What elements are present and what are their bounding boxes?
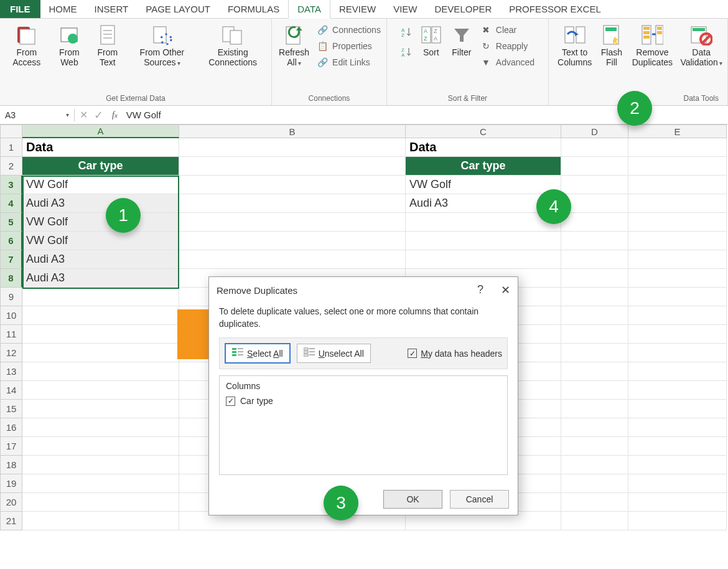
remove-duplicates-button[interactable]: Remove Duplicates — [626, 21, 678, 70]
row-header[interactable]: 2 — [0, 157, 22, 176]
tab-review[interactable]: REVIEW — [330, 0, 385, 18]
existing-connections-button[interactable]: Existing Connections — [198, 21, 268, 70]
tab-insert[interactable]: INSERT — [86, 0, 138, 18]
cell[interactable]: Data — [406, 138, 561, 157]
cell[interactable] — [561, 306, 628, 325]
row-header[interactable]: 8 — [0, 269, 22, 288]
cell[interactable] — [561, 362, 628, 381]
cell[interactable] — [22, 474, 179, 493]
cell[interactable]: Audi A3 — [22, 269, 179, 288]
cell[interactable] — [628, 437, 727, 456]
cell[interactable]: Audi A3 — [22, 194, 179, 213]
row-header[interactable]: 20 — [0, 493, 22, 512]
cell[interactable] — [561, 157, 628, 176]
cell[interactable] — [628, 269, 727, 288]
fx-icon[interactable]: fx — [108, 110, 121, 120]
from-text-button[interactable]: From Text — [89, 21, 126, 70]
cell[interactable] — [561, 456, 628, 474]
row-header[interactable]: 1 — [0, 138, 22, 157]
cell[interactable] — [628, 344, 727, 362]
row-header[interactable]: 12 — [0, 344, 22, 362]
cell[interactable] — [179, 213, 406, 232]
refresh-all-button[interactable]: Refresh All▾ — [275, 21, 313, 70]
cell[interactable] — [628, 325, 727, 344]
cell[interactable] — [561, 138, 628, 157]
filter-button[interactable]: Filter — [447, 21, 477, 60]
cell[interactable] — [561, 288, 628, 306]
help-icon[interactable]: ? — [477, 283, 483, 297]
cell[interactable] — [561, 250, 628, 269]
properties-button[interactable]: 📋Properties — [316, 40, 372, 52]
cell[interactable] — [628, 213, 727, 232]
cell[interactable] — [561, 400, 628, 418]
row-header[interactable]: 21 — [0, 512, 22, 530]
cell[interactable] — [628, 381, 727, 400]
cell[interactable] — [561, 512, 628, 530]
cell[interactable] — [561, 269, 628, 288]
cell[interactable] — [628, 306, 727, 325]
tab-file[interactable]: FILE — [0, 0, 40, 18]
select-all-corner[interactable] — [0, 125, 22, 138]
cell[interactable] — [406, 232, 561, 250]
cell[interactable] — [628, 512, 727, 530]
row-header[interactable]: 9 — [0, 288, 22, 306]
tab-page-layout[interactable]: PAGE LAYOUT — [137, 0, 219, 18]
text-to-columns-button[interactable]: Text to Columns — [553, 21, 597, 70]
row-header[interactable]: 16 — [0, 418, 22, 437]
cell[interactable]: VW Golf — [22, 232, 179, 250]
edit-links-button[interactable]: 🔗Edit Links — [316, 56, 370, 68]
cell[interactable] — [179, 176, 406, 194]
col-header-A[interactable]: A — [22, 125, 179, 138]
cell[interactable] — [561, 493, 628, 512]
tab-professor-excel[interactable]: PROFESSOR EXCEL — [500, 0, 610, 18]
cell[interactable] — [628, 176, 727, 194]
cell[interactable] — [22, 437, 179, 456]
column-cartype-checkbox[interactable]: ✓ Car type — [226, 396, 501, 406]
row-header[interactable]: 10 — [0, 306, 22, 325]
cell[interactable] — [561, 474, 628, 493]
cell[interactable] — [628, 456, 727, 474]
tab-data[interactable]: DATA — [288, 0, 330, 19]
cell[interactable] — [628, 232, 727, 250]
unselect-all-button[interactable]: Unselect All — [297, 344, 371, 363]
cell[interactable] — [561, 176, 628, 194]
cell[interactable] — [628, 288, 727, 306]
cell[interactable] — [561, 381, 628, 400]
row-header[interactable]: 5 — [0, 213, 22, 232]
clear-button[interactable]: ✖Clear — [480, 24, 516, 36]
row-header[interactable]: 15 — [0, 400, 22, 418]
cell[interactable]: VW Golf — [406, 176, 561, 194]
col-header-C[interactable]: C — [406, 125, 561, 138]
cell[interactable] — [179, 232, 406, 250]
cell[interactable] — [22, 381, 179, 400]
cell[interactable] — [561, 418, 628, 437]
cell[interactable] — [22, 512, 179, 530]
row-header[interactable]: 14 — [0, 381, 22, 400]
tab-home[interactable]: HOME — [40, 0, 86, 18]
row-header[interactable]: 13 — [0, 362, 22, 381]
cell[interactable] — [179, 194, 406, 213]
cell[interactable] — [561, 194, 628, 213]
cell[interactable] — [561, 232, 628, 250]
row-header[interactable]: 7 — [0, 250, 22, 269]
sort-asc-button[interactable]: AZ — [401, 26, 413, 39]
cancel-icon[interactable]: ✕ — [80, 109, 88, 121]
row-header[interactable]: 3 — [0, 176, 22, 194]
data-validation-button[interactable]: Data Validation▾ — [679, 21, 724, 70]
row-header[interactable]: 17 — [0, 437, 22, 456]
cancel-button[interactable]: Cancel — [450, 490, 509, 509]
sort-button[interactable]: AZZA Sort — [416, 21, 446, 60]
from-web-button[interactable]: From Web — [50, 21, 89, 70]
col-header-D[interactable]: D — [561, 125, 628, 138]
row-header[interactable]: 4 — [0, 194, 22, 213]
cell[interactable] — [179, 138, 406, 157]
cell[interactable] — [628, 418, 727, 437]
ok-button[interactable]: OK — [383, 490, 442, 509]
connections-button[interactable]: 🔗Connections — [316, 24, 381, 36]
cell[interactable] — [179, 250, 406, 269]
cell[interactable] — [22, 362, 179, 381]
cell[interactable]: Data — [22, 138, 179, 157]
name-box[interactable]: A3▾ — [0, 109, 75, 121]
tab-developer[interactable]: DEVELOPER — [426, 0, 501, 18]
close-icon[interactable]: ✕ — [501, 283, 510, 297]
